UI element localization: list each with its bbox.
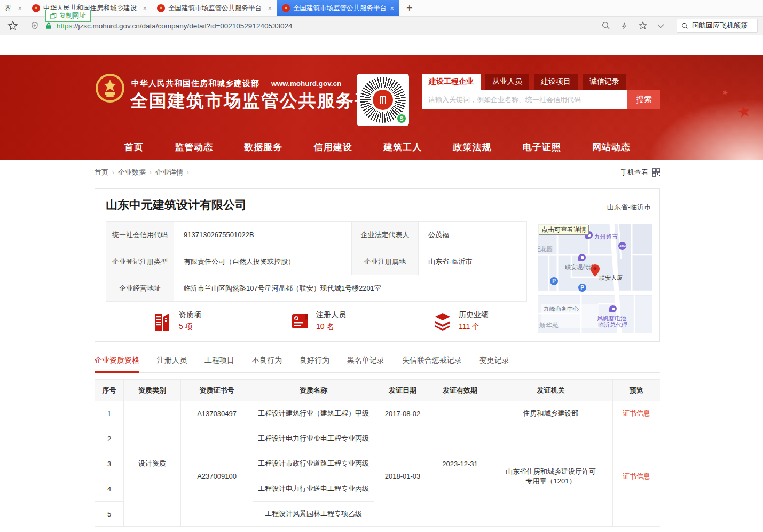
- stat-historical-projects[interactable]: 历史业绩 111 个: [432, 310, 489, 332]
- company-info-table: 统一社会信用代码 91371302675501022B 企业法定代表人 公茂福 …: [106, 221, 527, 302]
- parking-pin-icon: P: [578, 284, 586, 292]
- url-path: ://jzsc.mohurd.gov.cn/data/company/detai…: [72, 22, 292, 30]
- nav-item-policies[interactable]: 政策法规: [453, 141, 491, 153]
- zoom-out-icon[interactable]: [601, 21, 611, 30]
- tab-dishonesty-records[interactable]: 失信联合惩戒记录: [402, 356, 462, 365]
- col-header: 预览: [613, 380, 660, 401]
- map-label-xinhuayuan: 新华苑: [539, 321, 559, 330]
- breadcrumb-company-detail[interactable]: 企业详情: [155, 168, 183, 177]
- bookmark-star-icon[interactable]: [7, 20, 18, 31]
- stat-registered-personnel[interactable]: 注册人员 10 名: [290, 310, 346, 332]
- shield-icon[interactable]: [30, 21, 39, 30]
- row-number: 4: [95, 476, 124, 502]
- tab-close-icon[interactable]: ×: [390, 4, 394, 12]
- mobile-view[interactable]: 手机查看: [620, 168, 660, 177]
- nav-item-construction-workers[interactable]: 建筑工人: [383, 141, 422, 153]
- qr-code-mini-icon[interactable]: [652, 168, 660, 177]
- nav-item-credit-building[interactable]: 信用建设: [314, 141, 352, 153]
- header-search: 建设工程企业 从业人员 建设项目 诚信记录 搜索: [422, 74, 660, 109]
- breadcrumb-company-data[interactable]: 企业数据: [118, 168, 146, 177]
- certificate-number: A237009100: [181, 426, 253, 527]
- nav-item-e-certificates[interactable]: 电子证照: [523, 141, 561, 153]
- lightning-icon[interactable]: [620, 21, 628, 30]
- registration-type-value: 有限责任公司（自然人投资或控股）: [174, 248, 352, 275]
- building-pin-icon: [578, 254, 586, 261]
- new-tab-button[interactable]: +: [406, 2, 413, 14]
- copy-url-tooltip[interactable]: 复制网址: [45, 10, 91, 22]
- browser-tab-jzsc-1[interactable]: ★ 全国建筑市场监管公共服务平台 ×: [152, 0, 277, 16]
- credit-code-value: 91371302675501022B: [174, 222, 352, 248]
- location-map[interactable]: 点击可查看详情 九州超市 ATM 纪花园 联安现代城 联安大厦 P P 九峰商务…: [538, 224, 652, 333]
- search-tab-construction-enterprise[interactable]: 建设工程企业: [422, 74, 481, 90]
- tab-registered-personnel[interactable]: 注册人员: [157, 356, 187, 365]
- url-address[interactable]: https://jzsc.mohurd.gov.cn/data/company/…: [57, 22, 292, 30]
- favorite-star-icon[interactable]: [638, 21, 648, 30]
- breadcrumb-separator: ›: [112, 169, 114, 176]
- tab-good-behavior[interactable]: 良好行为: [300, 356, 329, 365]
- copy-url-label: 复制网址: [59, 11, 86, 20]
- nav-item-site-news[interactable]: 网站动态: [592, 141, 631, 153]
- tab-close-icon[interactable]: ×: [18, 4, 22, 12]
- qualification-table: 序号 资质类别 资质证书号 资质名称 发证日期 发证有效期 发证机关 预览 1 …: [95, 379, 660, 527]
- issuing-authority: 山东省住房和城乡建设厅许可专用章（1201）: [489, 426, 613, 527]
- issue-date: 2018-01-03: [374, 426, 431, 527]
- certificate-number: A137030497: [181, 401, 253, 426]
- keyword-search-input[interactable]: [422, 90, 627, 109]
- flag-star-decoration-icon: [735, 101, 753, 122]
- atm-label: ATM: [619, 245, 626, 248]
- chevron-down-icon[interactable]: [657, 24, 664, 28]
- certificate-info-link[interactable]: 证书信息: [623, 472, 650, 480]
- stat-label: 历史业绩: [459, 310, 489, 320]
- field-label: 企业注册属地: [352, 248, 419, 275]
- registration-region-value: 山东省-临沂市: [419, 248, 527, 275]
- tab-close-icon[interactable]: ×: [268, 4, 272, 12]
- stat-qualifications[interactable]: 资质项 5 项: [153, 310, 201, 332]
- stat-value: 5 项: [179, 322, 201, 332]
- search-button[interactable]: 搜索: [627, 90, 660, 109]
- table-header-row: 序号 资质类别 资质证书号 资质名称 发证日期 发证有效期 发证机关 预览: [95, 380, 660, 401]
- tab-blacklist[interactable]: 黑名单记录: [347, 356, 384, 365]
- company-name: 山东中元建筑设计有限公司: [106, 197, 247, 213]
- search-tab-credit-records[interactable]: 诚信记录: [583, 74, 626, 90]
- search-tab-practitioners[interactable]: 从业人员: [485, 74, 529, 90]
- tab-bad-behavior[interactable]: 不良行为: [252, 356, 282, 365]
- nav-item-supervision-news[interactable]: 监管动态: [175, 141, 213, 153]
- map-tooltip: 点击可查看详情: [539, 225, 589, 235]
- search-tab-projects[interactable]: 建设项目: [534, 74, 578, 90]
- field-label: 企业登记注册类型: [106, 248, 174, 275]
- qualification-category: 设计资质: [124, 401, 181, 527]
- tab-change-records[interactable]: 变更记录: [479, 356, 509, 365]
- detail-section-tabs: 企业资质资格 注册人员 工程项目 不良行为 良好行为 黑名单记录 失信联合惩戒记…: [95, 356, 660, 373]
- tab-qualifications[interactable]: 企业资质资格: [95, 356, 139, 365]
- url-scheme: https: [57, 22, 72, 30]
- browser-tab-partial[interactable]: 界 ×: [0, 0, 27, 16]
- map-label-garden: 纪花园: [538, 245, 553, 253]
- flag-star-decoration-icon: [721, 88, 730, 98]
- browser-tab-bar: 界 × ★ 中华人民共和国住房和城乡建设 × ★ 全国建筑市场监管公共服务平台 …: [0, 0, 763, 17]
- map-label-modern-city: 联安现代城: [565, 263, 594, 271]
- browser-quick-search[interactable]: 国航回应飞机颠簸: [677, 19, 758, 33]
- certificate-info-link[interactable]: 证书信息: [623, 409, 650, 417]
- map-label-supermarket: 九州超市: [594, 233, 618, 241]
- search-icon: [681, 22, 688, 29]
- wechat-qr-card: S: [357, 74, 409, 126]
- field-label: 企业法定代表人: [352, 222, 419, 248]
- nav-item-home[interactable]: 首页: [124, 141, 144, 153]
- qualification-name: 工程设计建筑行业（建筑工程）甲级: [253, 401, 374, 426]
- tab-close-icon[interactable]: ×: [143, 4, 147, 12]
- issue-date: 2017-08-02: [374, 401, 431, 426]
- tab-title: 全国建筑市场监管公共服务平台: [293, 4, 387, 13]
- qualification-name: 工程设计电力行业送电工程专业丙级: [253, 476, 374, 502]
- qualification-name: 工程设计市政行业道路工程专业丙级: [253, 451, 374, 476]
- breadcrumb-home[interactable]: 首页: [95, 168, 108, 177]
- stat-value: 111 个: [459, 322, 489, 332]
- wechat-badge-icon: S: [396, 113, 407, 124]
- company-location-pin-icon[interactable]: [591, 264, 600, 277]
- table-row: 企业登记注册类型 有限责任公司（自然人投资或控股） 企业注册属地 山东省-临沂市: [106, 248, 527, 275]
- qualification-name: 工程设计风景园林工程专项乙级: [253, 502, 374, 527]
- company-stats: 资质项 5 项 注册人员 10 名: [106, 308, 526, 339]
- browser-tab-jzsc-active[interactable]: ★ 全国建筑市场监管公共服务平台 ×: [277, 0, 399, 16]
- col-header: 发证机关: [489, 380, 613, 401]
- nav-item-data-services[interactable]: 数据服务: [245, 141, 283, 153]
- tab-projects[interactable]: 工程项目: [204, 356, 234, 365]
